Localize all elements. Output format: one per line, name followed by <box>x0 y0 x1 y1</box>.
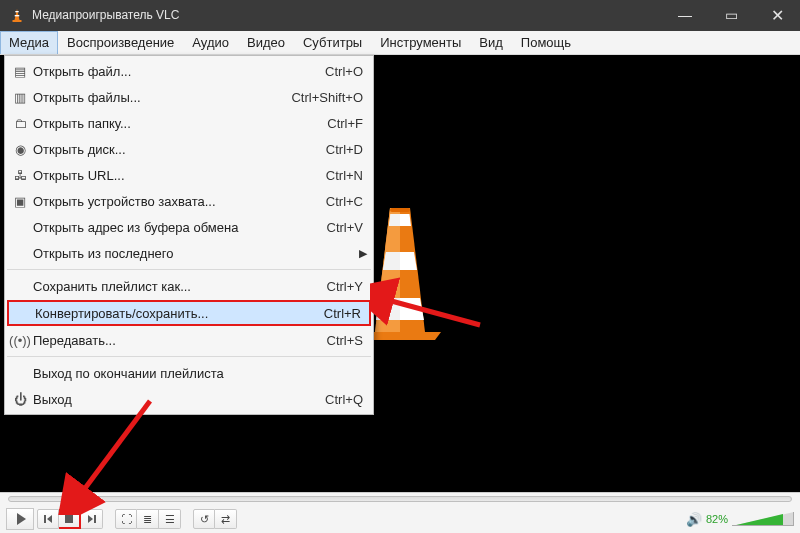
menu-media[interactable]: Медиа <box>0 31 58 54</box>
prev-button[interactable] <box>37 509 59 529</box>
menu-video[interactable]: Видео <box>238 31 294 54</box>
svg-marker-12 <box>389 214 400 226</box>
svg-rect-8 <box>390 208 410 212</box>
stop-button[interactable] <box>59 509 81 529</box>
menubar: Медиа Воспроизведение Аудио Видео Субтит… <box>0 31 800 55</box>
svg-rect-2 <box>15 15 20 16</box>
minimize-button[interactable]: — <box>662 0 708 31</box>
menu-audio[interactable]: Аудио <box>183 31 238 54</box>
seek-bar[interactable] <box>0 493 800 505</box>
svg-marker-14 <box>376 298 400 320</box>
svg-marker-0 <box>15 9 20 20</box>
titlebar: Медиапроигрыватель VLC — ▭ ✕ <box>0 0 800 31</box>
maximize-button[interactable]: ▭ <box>708 0 754 31</box>
menu-tools[interactable]: Инструменты <box>371 31 470 54</box>
menu-open-url[interactable]: 🖧 Открыть URL... Ctrl+N <box>5 162 373 188</box>
menu-open-disc[interactable]: ◉ Открыть диск... Ctrl+D <box>5 136 373 162</box>
menu-subtitles[interactable]: Субтитры <box>294 31 371 54</box>
menu-open-folder[interactable]: 🗀 Открыть папку... Ctrl+F <box>5 110 373 136</box>
menu-playback[interactable]: Воспроизведение <box>58 31 183 54</box>
menu-open-file[interactable]: ▤ Открыть файл... Ctrl+O <box>5 58 373 84</box>
network-icon: 🖧 <box>9 168 31 183</box>
disc-icon: ◉ <box>9 142 31 157</box>
volume-percent: 82% <box>706 513 728 525</box>
playlist-button[interactable]: ☰ <box>159 509 181 529</box>
separator <box>7 269 371 270</box>
menu-open-recent[interactable]: Открыть из последнего ▶ <box>5 240 373 266</box>
stream-icon: ((•)) <box>9 333 31 348</box>
menu-view[interactable]: Вид <box>470 31 512 54</box>
window-title: Медиапроигрыватель VLC <box>32 0 662 31</box>
menu-convert-save[interactable]: Конвертировать/сохранить... Ctrl+R <box>5 299 373 327</box>
folder-icon: 🗀 <box>9 116 31 131</box>
menu-quit[interactable]: ⏻ Выход Ctrl+Q <box>5 386 373 412</box>
speaker-icon: 🔊 <box>686 512 702 527</box>
capture-icon: ▣ <box>9 194 31 209</box>
menu-open-clipboard[interactable]: Открыть адрес из буфера обмена Ctrl+V <box>5 214 373 240</box>
loop-button[interactable]: ↺ <box>193 509 215 529</box>
shuffle-button[interactable]: ⇄ <box>215 509 237 529</box>
media-dropdown: ▤ Открыть файл... Ctrl+O ▥ Открыть файлы… <box>4 55 374 415</box>
play-button[interactable] <box>6 508 34 530</box>
menu-help[interactable]: Помощь <box>512 31 580 54</box>
quit-icon: ⏻ <box>9 392 31 407</box>
svg-rect-1 <box>15 11 18 12</box>
next-button[interactable] <box>81 509 103 529</box>
svg-rect-3 <box>13 20 22 22</box>
extended-settings-button[interactable]: ≣ <box>137 509 159 529</box>
menu-open-capture[interactable]: ▣ Открыть устройство захвата... Ctrl+C <box>5 188 373 214</box>
volume-slider[interactable] <box>732 512 794 526</box>
player-controls: ⛶ ≣ ☰ ↺ ⇄ 🔊 82% <box>0 492 800 533</box>
files-icon: ▥ <box>9 90 31 105</box>
volume-control[interactable]: 🔊 82% <box>686 512 794 527</box>
fullscreen-button[interactable]: ⛶ <box>115 509 137 529</box>
menu-stream[interactable]: ((•)) Передавать... Ctrl+S <box>5 327 373 353</box>
separator <box>7 356 371 357</box>
menu-quit-after-playlist[interactable]: Выход по окончании плейлиста <box>5 360 373 386</box>
close-button[interactable]: ✕ <box>754 0 800 31</box>
chevron-right-icon: ▶ <box>359 247 367 260</box>
vlc-cone-icon <box>8 7 26 25</box>
menu-save-playlist[interactable]: Сохранить плейлист как... Ctrl+Y <box>5 273 373 299</box>
menu-open-files[interactable]: ▥ Открыть файлы... Ctrl+Shift+O <box>5 84 373 110</box>
file-icon: ▤ <box>9 64 31 79</box>
